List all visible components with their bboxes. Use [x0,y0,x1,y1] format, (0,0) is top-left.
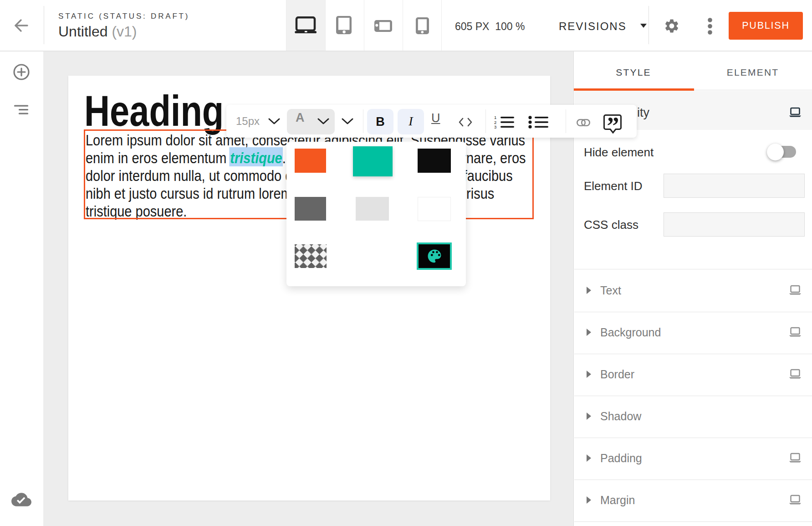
svg-text:2: 2 [494,120,496,125]
svg-text:3: 3 [494,124,496,129]
